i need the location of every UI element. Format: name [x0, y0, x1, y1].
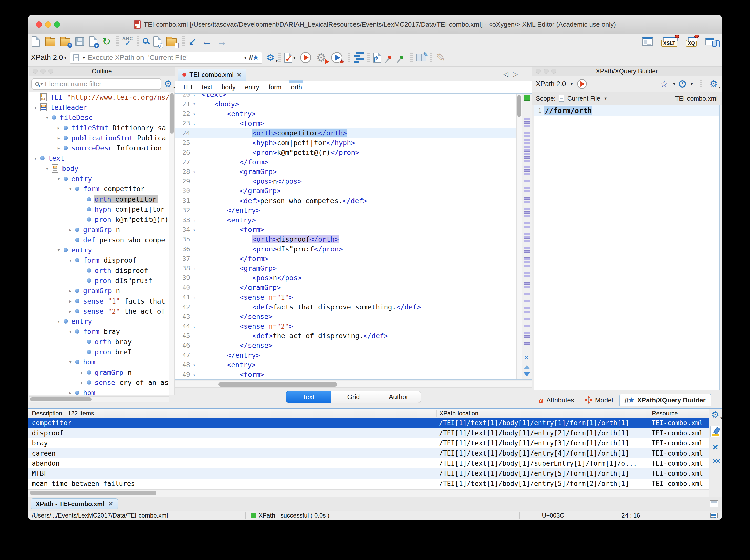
code-line-48[interactable]: 48▿<entry>	[175, 360, 516, 369]
outline-item-entry[interactable]: ▾entry	[29, 245, 169, 255]
builder-header[interactable]: XPath/XQuery Builder	[532, 66, 722, 76]
close-tab-icon[interactable]: ✕	[237, 71, 242, 78]
save-to-url-icon[interactable]: ⊕	[89, 36, 97, 46]
result-marker[interactable]	[524, 166, 530, 168]
green-pin-icon[interactable]	[399, 55, 404, 60]
element-filter-box[interactable]: ▾	[32, 78, 161, 90]
fold-toggle-icon[interactable]: ▿	[190, 101, 199, 107]
result-marker[interactable]	[524, 300, 530, 302]
xquery-debugger-icon[interactable]: XQ	[686, 40, 697, 47]
editor-layout-icon[interactable]	[643, 37, 653, 45]
open-folder-icon[interactable]	[45, 38, 55, 46]
breadcrumb-item-body[interactable]: body	[222, 83, 235, 91]
expand-icon[interactable]: ▸	[65, 389, 75, 395]
xpath-results-tab[interactable]: XPath - TEI-combo.xml ✕	[31, 498, 118, 509]
next-editor-icon[interactable]: ▷	[513, 70, 518, 78]
outline-header[interactable]: Outline	[29, 66, 175, 76]
result-marker[interactable]	[524, 275, 530, 278]
close-window-button[interactable]	[36, 21, 42, 27]
chevron-down-icon[interactable]: ▾	[673, 81, 675, 87]
collapse-icon[interactable]: ▾	[54, 247, 63, 253]
result-marker[interactable]	[524, 233, 530, 235]
code-line-46[interactable]: 46</sense>	[175, 341, 516, 350]
outline-item-titleStmt[interactable]: ▸titleStmt Dictionary sa	[29, 123, 169, 133]
expand-icon[interactable]: ▸	[77, 369, 87, 376]
collapse-icon[interactable]: ▾	[65, 257, 75, 263]
collapse-icon[interactable]: ▾	[42, 114, 52, 121]
remove-all-results-icon[interactable]: ✕✕	[712, 458, 718, 464]
outline-item-orth[interactable]: orth competitor	[29, 194, 169, 204]
collapse-icon[interactable]: ▾	[65, 186, 75, 192]
outline-item-sense[interactable]: ▸sense "2" the act of	[29, 306, 169, 316]
result-marker[interactable]	[524, 307, 530, 309]
outline-item-orth[interactable]: orth disproof	[29, 265, 169, 276]
collapse-icon[interactable]: ▾	[65, 328, 75, 335]
result-marker[interactable]	[524, 335, 530, 338]
fold-toggle-icon[interactable]: ▿	[190, 295, 199, 300]
code-line-23[interactable]: 23▿<form>	[175, 119, 516, 128]
tab-model[interactable]: Model	[580, 394, 618, 406]
fold-toggle-icon[interactable]: ▿	[190, 372, 199, 377]
fold-toggle-icon[interactable]: ▿	[190, 362, 199, 367]
code-line-24[interactable]: 24<orth>competitor</orth>	[175, 128, 516, 138]
xpath-expression-editor[interactable]: 1 //form/orth	[534, 105, 719, 390]
result-marker[interactable]	[524, 272, 530, 274]
next-highlight-icon[interactable]	[524, 372, 530, 376]
outline-item-teiHeader[interactable]: ▾teiHeader	[29, 102, 169, 112]
fold-toggle-icon[interactable]: ▿	[190, 111, 199, 116]
expand-icon[interactable]: ▸	[77, 379, 87, 386]
column-description[interactable]: Description - 122 items	[28, 410, 436, 417]
highlight-results-icon[interactable]	[710, 426, 721, 437]
outline-item-form[interactable]: ▾form competitor	[29, 184, 169, 194]
chevron-down-icon[interactable]: ▾	[571, 81, 573, 87]
outline-item-hyph[interactable]: hyph com|peti|tor	[29, 204, 169, 214]
result-marker[interactable]	[524, 264, 530, 267]
code-area[interactable]: 20▿<text>21▿<body>22▿<entry>23▿<form>24<…	[175, 94, 516, 379]
result-marker[interactable]	[524, 325, 530, 327]
chevron-down-icon[interactable]: ▾	[604, 96, 607, 101]
code-line-33[interactable]: 33▿<entry>	[175, 215, 516, 225]
expand-icon[interactable]: ▸	[54, 125, 63, 131]
result-marker[interactable]	[524, 332, 530, 334]
result-marker[interactable]	[524, 173, 530, 175]
xpath-settings-icon[interactable]: ⚙	[266, 53, 274, 62]
expand-icon[interactable]: ▸	[65, 227, 75, 233]
format-indent-icon[interactable]	[354, 52, 363, 63]
result-marker[interactable]	[524, 121, 530, 124]
collapse-icon[interactable]: ▾	[54, 318, 63, 324]
execute-xpath-icon[interactable]	[577, 79, 587, 88]
forward-icon[interactable]: →	[217, 36, 227, 46]
result-marker[interactable]	[524, 258, 530, 260]
result-marker[interactable]	[524, 261, 530, 263]
outline-item-pron[interactable]: pron dIs"pru:f	[29, 276, 169, 285]
code-line-28[interactable]: 28▿<gramGrp>	[175, 167, 516, 177]
title-bar[interactable]: TEI-combo.xml [/Users/ttasovac/Developme…	[28, 15, 722, 34]
chevron-down-icon[interactable]: ▾	[244, 55, 247, 60]
breadcrumb-item-entry[interactable]: entry	[245, 83, 259, 91]
last-modification-icon[interactable]: ↙	[188, 36, 197, 46]
validate-icon[interactable]: ✓	[284, 53, 292, 63]
spell-check-icon[interactable]: ABC✓	[122, 36, 133, 46]
outline-item-publicationStmt[interactable]: ▸publicationStmt Publica	[29, 133, 169, 143]
outline-item-orth[interactable]: orth bray	[29, 337, 169, 347]
result-marker[interactable]	[524, 201, 530, 203]
collapse-icon[interactable]: ▾	[31, 104, 40, 111]
outline-item-pron[interactable]: pron k@m"petit@(r)	[29, 215, 169, 225]
fold-toggle-icon[interactable]: ▿	[190, 94, 199, 97]
result-marker[interactable]	[524, 208, 530, 210]
result-marker[interactable]	[524, 236, 530, 239]
outline-horizontal-scrollbar[interactable]	[29, 396, 169, 402]
results-horizontal-scrollbar[interactable]	[28, 489, 709, 497]
outline-item-sense[interactable]: ▸sense "1" facts that	[29, 296, 169, 306]
editor-vertical-scrollbar[interactable]	[516, 94, 522, 379]
result-marker[interactable]	[524, 156, 530, 159]
result-row-bray[interactable]: bray/TEI[1]/text[1]/body[1]/entry[3]/for…	[28, 438, 722, 448]
result-marker[interactable]	[524, 125, 530, 127]
code-line-37[interactable]: 37</form>	[175, 254, 516, 263]
result-marker[interactable]	[524, 197, 530, 200]
code-line-27[interactable]: 27</form>	[175, 157, 516, 167]
code-line-22[interactable]: 22▿<entry>	[175, 109, 516, 118]
outline-item-gramGrp[interactable]: ▸gramGrp n	[29, 286, 169, 296]
outline-settings-icon[interactable]: ⚙	[164, 79, 172, 88]
code-line-47[interactable]: 47</entry>	[175, 350, 516, 360]
